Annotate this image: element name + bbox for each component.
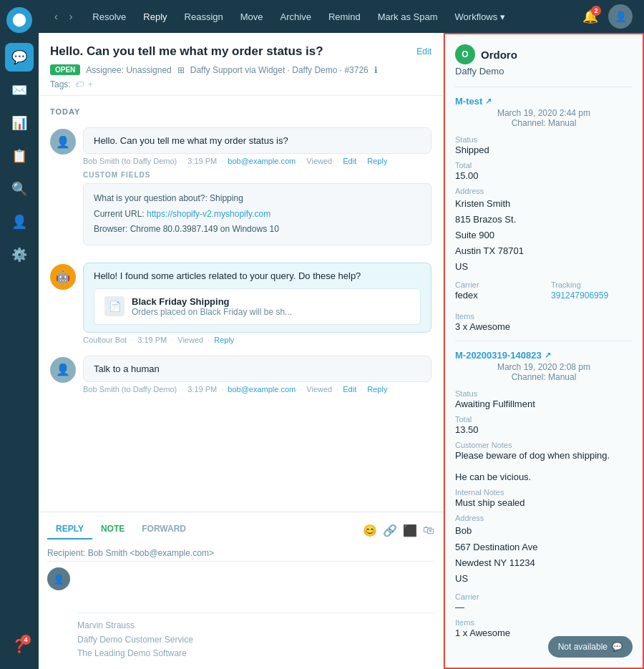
reply-tabs: REPLY NOTE FORWARD 😊 🔗 ⬛ 🛍 <box>47 521 434 539</box>
custom-fields-box: What is your question about?: Shipping C… <box>83 183 431 245</box>
filter-icon: ⊞ <box>177 65 185 75</box>
move-button[interactable]: Move <box>233 7 270 26</box>
ordoro-logo: O <box>455 44 475 64</box>
ordoro-header: O Ordoro <box>455 44 633 64</box>
resolve-button[interactable]: Resolve <box>85 7 133 26</box>
reply-msg-1[interactable]: Reply <box>367 157 387 165</box>
order-1-date: March 19, 2020 2:44 pm <box>455 108 633 118</box>
cf-browser: Browser: Chrome 80.0.3987.149 on Windows… <box>94 222 421 238</box>
cf-url-link[interactable]: https://shopify-v2.myshopify.com <box>147 209 270 219</box>
message-content-3: Talk to a human Bob Smith (to Daffy Demo… <box>83 356 431 394</box>
reply-msg-3[interactable]: Reply <box>367 385 387 394</box>
edit-msg-1[interactable]: Edit <box>343 157 356 165</box>
reply-input-area: Marvin Strauss Daffy Demo Customer Servi… <box>77 567 434 660</box>
time-2: 3:19 PM <box>137 336 167 344</box>
channel-text: Daffy Support via Widget · Daffy Demo · … <box>190 65 369 75</box>
message-content-1: Hello. Can you tell me what my order sta… <box>83 127 431 251</box>
tab-reply[interactable]: REPLY <box>47 521 92 539</box>
article-info: Black Friday Shipping Orders placed on B… <box>132 296 410 317</box>
signature-team: Daffy Demo Customer Service <box>77 633 434 647</box>
info-icon[interactable]: ℹ <box>374 65 378 75</box>
assignee-text: Assignee: Unassigned <box>86 65 171 75</box>
signature-software: The Leading Demo Software <box>77 647 434 660</box>
sidebar-item-help[interactable]: ❓ 4 <box>5 632 34 660</box>
not-available-button[interactable]: Not available 💬 <box>548 636 633 658</box>
ordoro-title: Ordoro <box>481 49 517 61</box>
messages-area: TODAY 👤 Hello. Can you tell me what my o… <box>39 96 443 512</box>
message-text-3: Talk to a human <box>94 363 160 374</box>
app-logo[interactable] <box>6 7 32 33</box>
tags-label: Tags: <box>50 79 71 89</box>
order-2-carrier-label: Carrier <box>455 592 633 601</box>
nav-arrows: ‹ › <box>50 8 77 25</box>
tab-forward[interactable]: FORWARD <box>133 521 195 539</box>
mark-as-spam-button[interactable]: Mark as Spam <box>371 7 445 26</box>
chat-bubble-icon: 💬 <box>612 642 623 652</box>
reply-input[interactable] <box>77 567 434 603</box>
topnav-right: 🔔 2 👤 <box>580 4 633 29</box>
viewed-3: Viewed <box>306 385 332 394</box>
article-card[interactable]: 📄 Black Friday Shipping Orders placed on… <box>94 288 421 325</box>
status-badge: OPEN <box>50 64 80 75</box>
add-tag-icon[interactable]: + <box>88 79 93 89</box>
tab-note[interactable]: NOTE <box>92 521 133 539</box>
order-1-carrier: fedex <box>455 290 537 301</box>
conversation-title-row: Hello. Can you tell me what my order sta… <box>50 44 431 59</box>
order-1-link[interactable]: M-test ↗ <box>455 96 633 107</box>
user-icon: 👤 <box>11 214 27 230</box>
order-1-total: 15.00 <box>455 170 633 181</box>
signature-name: Marvin Strauss <box>77 619 434 633</box>
reply-signature: Marvin Strauss Daffy Demo Customer Servi… <box>77 612 434 660</box>
conversation-header: Hello. Can you tell me what my order sta… <box>39 33 443 96</box>
help-badge: 4 <box>21 635 31 645</box>
edit-msg-3[interactable]: Edit <box>343 385 356 394</box>
user-avatar-3: 👤 <box>50 357 76 383</box>
notifications-button[interactable]: 🔔 2 <box>580 6 601 27</box>
reassign-button[interactable]: Reassign <box>177 7 230 26</box>
tags-row: Tags: 🏷 + <box>50 79 431 89</box>
email-1[interactable]: bob@example.com <box>228 157 296 165</box>
order-2-total-label: Total <box>455 415 633 424</box>
time-1: 3:19 PM <box>187 157 217 165</box>
order-1-tracking-label: Tracking <box>551 280 633 289</box>
conversation-panel: Hello. Can you tell me what my order sta… <box>39 33 444 669</box>
user-avatar-button[interactable]: 👤 <box>608 4 633 29</box>
attachment-icon[interactable]: 🔗 <box>383 524 397 537</box>
sidebar: 💬 ✉️ 📊 📋 🔍 👤 ⚙️ ❓ 4 <box>0 0 39 669</box>
insert-icon[interactable]: ⬛ <box>403 524 417 537</box>
message-group-2: 🤖 Hello! I found some articles related t… <box>50 263 431 344</box>
tag-icon[interactable]: 🏷 <box>75 79 84 89</box>
article-desc: Orders placed on Black Friday will be sh… <box>132 307 410 317</box>
chat-icon: 💬 <box>11 49 27 65</box>
message-group-3: 👤 Talk to a human Bob Smith (to Daffy De… <box>50 356 431 394</box>
external-link-icon-1: ↗ <box>485 97 492 106</box>
sidebar-item-messages[interactable]: ✉️ <box>5 76 34 104</box>
sidebar-item-search[interactable]: 🔍 <box>5 175 34 203</box>
sidebar-item-conversations[interactable]: 💬 <box>5 43 34 72</box>
sidebar-item-settings[interactable]: ⚙️ <box>5 240 34 269</box>
edit-link[interactable]: Edit <box>416 47 431 57</box>
message-text-2: Hello! I found some articles related to … <box>94 270 361 281</box>
order-1-items-label: Items <box>455 312 633 321</box>
reply-msg-2[interactable]: Reply <box>214 336 234 344</box>
nav-forward-button[interactable]: › <box>65 8 77 25</box>
nav-back-button[interactable]: ‹ <box>50 8 62 25</box>
order-2-total: 13.50 <box>455 424 633 435</box>
right-panel: O Ordoro Daffy Demo M-test ↗ March 19, 2… <box>444 33 644 669</box>
order-1-address: Kristen Smith815 Brazos St.Suite 900Aust… <box>455 196 633 275</box>
reply-button[interactable]: Reply <box>136 7 174 26</box>
archive-button[interactable]: Archive <box>273 7 318 26</box>
sidebar-item-analytics[interactable]: 📊 <box>5 109 34 137</box>
remind-button[interactable]: Remind <box>321 7 368 26</box>
sidebar-item-reports[interactable]: 📋 <box>5 142 34 170</box>
order-1-tracking-link[interactable]: 391247906959 <box>551 290 608 301</box>
order-divider-1 <box>455 87 633 87</box>
workflows-button[interactable]: Workflows ▾ <box>448 7 512 26</box>
message-content-2: Hello! I found some articles related to … <box>83 263 431 344</box>
sidebar-item-contacts[interactable]: 👤 <box>5 207 34 236</box>
emoji-icon[interactable]: 😊 <box>363 524 377 537</box>
email-3[interactable]: bob@example.com <box>228 385 296 394</box>
shopify-icon[interactable]: 🛍 <box>423 524 434 537</box>
order-2-link[interactable]: M-20200319-140823 ↗ <box>455 350 633 361</box>
notification-badge: 2 <box>591 6 601 16</box>
